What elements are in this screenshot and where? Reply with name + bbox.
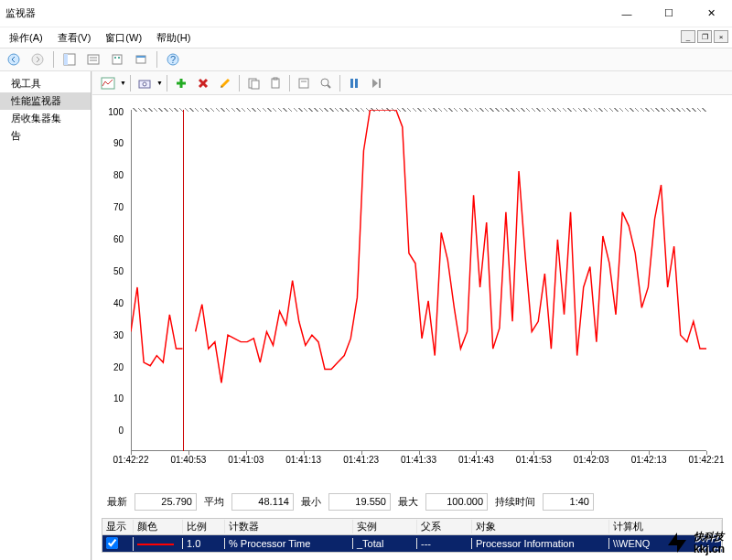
legend-row[interactable]: 1.0 % Processor Time _Total --- Processo… — [102, 535, 722, 552]
svg-line-24 — [328, 85, 330, 88]
svg-rect-4 — [88, 55, 99, 64]
x-axis-label: 01:42:13 — [631, 455, 667, 465]
sidebar-item-tools[interactable]: 视工具 — [0, 75, 91, 92]
camera-icon[interactable] — [135, 73, 155, 93]
y-axis-label: 90 — [113, 138, 124, 148]
y-axis-label: 80 — [113, 170, 124, 180]
refresh-icon[interactable] — [131, 49, 151, 70]
properties-icon[interactable] — [83, 49, 103, 70]
stat-max-value: 100.000 — [425, 493, 488, 511]
sidebar-item-perfmon[interactable]: 性能监视器 — [0, 92, 91, 110]
legend-header-object[interactable]: 对象 — [472, 520, 609, 533]
stat-duration-value: 1:40 — [543, 493, 594, 511]
menu-window[interactable]: 窗口(W) — [100, 29, 147, 47]
main-toolbar: ? — [0, 48, 732, 71]
svg-rect-21 — [299, 79, 308, 88]
close-button[interactable]: ✕ — [690, 0, 732, 27]
stat-avg-label: 平均 — [199, 493, 230, 511]
legend-table: 显示 颜色 比例 计数器 实例 父系 对象 计算机 1.0 % Processo… — [102, 518, 723, 553]
legend-header-parent[interactable]: 父系 — [417, 520, 472, 533]
y-axis-label: 0 — [118, 425, 124, 436]
stat-duration-label: 持续时间 — [490, 493, 541, 511]
forward-icon[interactable] — [27, 49, 48, 70]
maximize-button[interactable]: ☐ — [648, 0, 690, 27]
pause-icon[interactable] — [344, 73, 364, 93]
menu-view[interactable]: 查看(V) — [52, 29, 97, 47]
stat-min-label: 最小 — [296, 493, 327, 511]
stats-row: 最新 25.790 平均 48.114 最小 19.550 最大 100.000… — [92, 488, 732, 516]
y-axis-label: 70 — [113, 202, 124, 212]
stat-max-label: 最大 — [393, 493, 424, 511]
svg-rect-11 — [136, 56, 145, 58]
x-axis-label: 01:42:22 — [113, 455, 149, 465]
chart-toolbar: ▼ ▼ — [92, 71, 732, 95]
stat-latest-label: 最新 — [102, 493, 133, 511]
svg-point-16 — [143, 82, 146, 86]
paste-icon[interactable] — [265, 73, 285, 93]
legend-parent: --- — [417, 538, 472, 549]
legend-header-instance[interactable]: 实例 — [353, 520, 417, 533]
y-axis-label: 50 — [113, 265, 124, 275]
dropdown-icon[interactable]: ▼ — [156, 80, 163, 86]
chart-area: 0102030405060708090100 01:42:2201:40:530… — [92, 95, 732, 488]
svg-rect-20 — [274, 78, 277, 80]
legend-header-computer[interactable]: 计算机 — [609, 520, 722, 533]
show-hide-tree-icon[interactable] — [59, 49, 80, 70]
chart-cursor[interactable] — [183, 110, 184, 451]
legend-object: Processor Information — [472, 538, 609, 549]
legend-scale: 1.0 — [183, 538, 225, 549]
svg-rect-27 — [379, 79, 381, 88]
legend-show-checkbox[interactable] — [106, 537, 118, 549]
svg-rect-26 — [355, 79, 358, 88]
mdi-minimize-icon[interactable]: _ — [681, 30, 695, 43]
legend-header-counter[interactable]: 计数器 — [225, 520, 353, 533]
copy-icon[interactable] — [243, 73, 264, 93]
legend-computer: \\WENQ — [609, 538, 722, 549]
x-axis-label: 01:42:21 — [689, 455, 725, 465]
x-axis-label: 01:41:23 — [343, 455, 379, 465]
y-axis-label: 30 — [113, 329, 124, 339]
stat-latest-value: 25.790 — [135, 493, 197, 511]
highlight-icon[interactable] — [215, 73, 235, 93]
zoom-icon[interactable] — [316, 73, 336, 93]
x-axis-label: 01:41:13 — [285, 455, 321, 465]
x-axis-label: 01:41:43 — [458, 455, 494, 465]
view-type-icon[interactable] — [98, 73, 118, 93]
sidebar-item-reports[interactable]: 告 — [0, 127, 91, 145]
help-icon[interactable]: ? — [163, 49, 183, 70]
svg-text:?: ? — [170, 54, 176, 65]
svg-point-23 — [321, 79, 328, 86]
export-icon[interactable] — [107, 49, 127, 70]
remove-counter-icon[interactable] — [193, 73, 213, 93]
y-axis-label: 40 — [113, 297, 124, 307]
x-axis-label: 01:41:53 — [516, 455, 552, 465]
dropdown-icon[interactable]: ▼ — [120, 80, 126, 86]
svg-rect-9 — [118, 57, 120, 59]
stat-min-value: 19.550 — [328, 493, 391, 511]
minimize-button[interactable]: — — [606, 0, 648, 27]
add-counter-icon[interactable] — [171, 73, 191, 93]
stat-avg-value: 48.114 — [231, 493, 294, 511]
legend-header-show[interactable]: 显示 — [102, 520, 134, 533]
sidebar-item-collectors[interactable]: 居收集器集 — [0, 110, 91, 127]
menu-action[interactable]: 操作(A) — [4, 29, 48, 47]
svg-point-0 — [8, 54, 19, 65]
y-axis-label: 60 — [113, 234, 124, 244]
svg-rect-7 — [113, 55, 122, 64]
legend-header-scale[interactable]: 比例 — [183, 520, 225, 533]
y-axis-label: 10 — [113, 393, 124, 404]
legend-header-color[interactable]: 颜色 — [134, 520, 183, 533]
svg-rect-25 — [350, 79, 353, 88]
menu-help[interactable]: 帮助(H) — [151, 29, 196, 47]
svg-rect-14 — [102, 78, 114, 89]
mdi-close-icon[interactable]: × — [714, 30, 728, 43]
back-icon[interactable] — [4, 49, 24, 70]
properties-chart-icon[interactable] — [294, 73, 314, 93]
x-axis-label: 01:40:53 — [170, 455, 206, 465]
legend-instance: _Total — [353, 538, 417, 549]
mdi-restore-icon[interactable]: ❐ — [697, 30, 712, 43]
step-icon[interactable] — [366, 73, 386, 93]
chart-plot[interactable] — [131, 110, 706, 451]
x-axis-label: 01:41:03 — [228, 455, 264, 465]
y-axis-label: 20 — [113, 361, 124, 372]
